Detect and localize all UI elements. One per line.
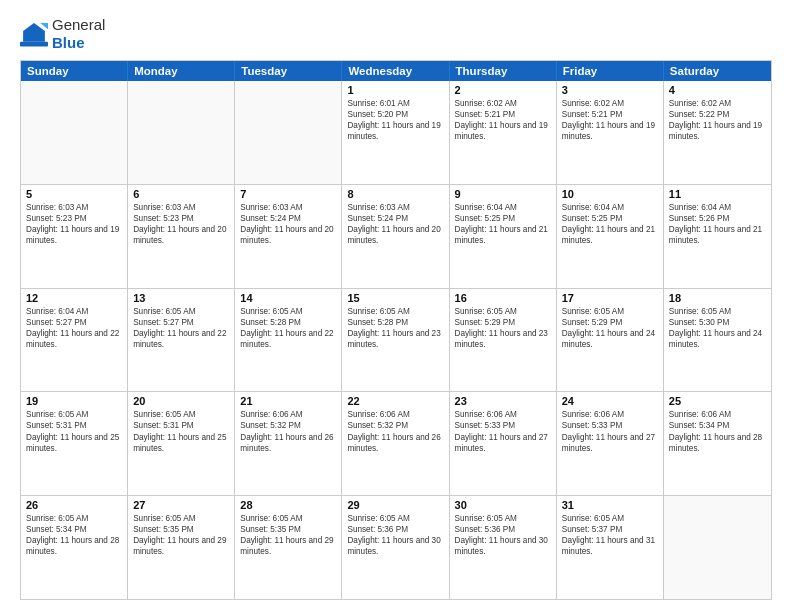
day-info: Sunrise: 6:05 AMSunset: 5:37 PMDaylight:… — [562, 513, 658, 557]
calendar-cell — [235, 81, 342, 184]
day-number: 18 — [669, 292, 766, 304]
day-number: 10 — [562, 188, 658, 200]
calendar-row-1: 1Sunrise: 6:01 AMSunset: 5:20 PMDaylight… — [21, 81, 771, 184]
logo: General Blue — [20, 16, 105, 52]
page: General Blue SundayMondayTuesdayWednesda… — [0, 0, 792, 612]
calendar-cell — [664, 496, 771, 599]
day-number: 19 — [26, 395, 122, 407]
calendar-cell: 24Sunrise: 6:06 AMSunset: 5:33 PMDayligh… — [557, 392, 664, 495]
calendar-cell: 26Sunrise: 6:05 AMSunset: 5:34 PMDayligh… — [21, 496, 128, 599]
header-day-tuesday: Tuesday — [235, 61, 342, 81]
day-number: 7 — [240, 188, 336, 200]
calendar-row-3: 12Sunrise: 6:04 AMSunset: 5:27 PMDayligh… — [21, 288, 771, 392]
day-number: 15 — [347, 292, 443, 304]
day-info: Sunrise: 6:03 AMSunset: 5:23 PMDaylight:… — [26, 202, 122, 246]
calendar-cell: 2Sunrise: 6:02 AMSunset: 5:21 PMDaylight… — [450, 81, 557, 184]
calendar-cell: 14Sunrise: 6:05 AMSunset: 5:28 PMDayligh… — [235, 289, 342, 392]
day-number: 26 — [26, 499, 122, 511]
day-info: Sunrise: 6:06 AMSunset: 5:33 PMDaylight:… — [455, 409, 551, 453]
day-info: Sunrise: 6:05 AMSunset: 5:36 PMDaylight:… — [455, 513, 551, 557]
calendar-cell: 8Sunrise: 6:03 AMSunset: 5:24 PMDaylight… — [342, 185, 449, 288]
day-info: Sunrise: 6:06 AMSunset: 5:32 PMDaylight:… — [347, 409, 443, 453]
calendar-cell: 21Sunrise: 6:06 AMSunset: 5:32 PMDayligh… — [235, 392, 342, 495]
day-info: Sunrise: 6:05 AMSunset: 5:30 PMDaylight:… — [669, 306, 766, 350]
day-info: Sunrise: 6:02 AMSunset: 5:22 PMDaylight:… — [669, 98, 766, 142]
day-info: Sunrise: 6:04 AMSunset: 5:25 PMDaylight:… — [455, 202, 551, 246]
day-number: 23 — [455, 395, 551, 407]
day-info: Sunrise: 6:04 AMSunset: 5:25 PMDaylight:… — [562, 202, 658, 246]
calendar-cell: 16Sunrise: 6:05 AMSunset: 5:29 PMDayligh… — [450, 289, 557, 392]
calendar-cell: 5Sunrise: 6:03 AMSunset: 5:23 PMDaylight… — [21, 185, 128, 288]
calendar-cell: 11Sunrise: 6:04 AMSunset: 5:26 PMDayligh… — [664, 185, 771, 288]
header-day-friday: Friday — [557, 61, 664, 81]
header-day-thursday: Thursday — [450, 61, 557, 81]
day-number: 22 — [347, 395, 443, 407]
header: General Blue — [20, 16, 772, 52]
day-number: 1 — [347, 84, 443, 96]
svg-rect-2 — [20, 42, 48, 47]
day-info: Sunrise: 6:06 AMSunset: 5:34 PMDaylight:… — [669, 409, 766, 453]
day-number: 29 — [347, 499, 443, 511]
day-info: Sunrise: 6:02 AMSunset: 5:21 PMDaylight:… — [455, 98, 551, 142]
day-number: 11 — [669, 188, 766, 200]
svg-marker-0 — [23, 23, 45, 42]
day-info: Sunrise: 6:05 AMSunset: 5:31 PMDaylight:… — [133, 409, 229, 453]
day-info: Sunrise: 6:05 AMSunset: 5:29 PMDaylight:… — [562, 306, 658, 350]
day-number: 3 — [562, 84, 658, 96]
calendar-cell: 13Sunrise: 6:05 AMSunset: 5:27 PMDayligh… — [128, 289, 235, 392]
day-info: Sunrise: 6:05 AMSunset: 5:34 PMDaylight:… — [26, 513, 122, 557]
day-info: Sunrise: 6:02 AMSunset: 5:21 PMDaylight:… — [562, 98, 658, 142]
header-day-saturday: Saturday — [664, 61, 771, 81]
calendar-row-5: 26Sunrise: 6:05 AMSunset: 5:34 PMDayligh… — [21, 495, 771, 599]
day-info: Sunrise: 6:05 AMSunset: 5:36 PMDaylight:… — [347, 513, 443, 557]
calendar-cell: 30Sunrise: 6:05 AMSunset: 5:36 PMDayligh… — [450, 496, 557, 599]
day-info: Sunrise: 6:05 AMSunset: 5:27 PMDaylight:… — [133, 306, 229, 350]
day-number: 2 — [455, 84, 551, 96]
calendar-cell: 27Sunrise: 6:05 AMSunset: 5:35 PMDayligh… — [128, 496, 235, 599]
calendar-cell: 4Sunrise: 6:02 AMSunset: 5:22 PMDaylight… — [664, 81, 771, 184]
logo-icon — [20, 20, 48, 48]
day-number: 28 — [240, 499, 336, 511]
calendar-cell: 25Sunrise: 6:06 AMSunset: 5:34 PMDayligh… — [664, 392, 771, 495]
day-number: 27 — [133, 499, 229, 511]
day-number: 8 — [347, 188, 443, 200]
day-number: 17 — [562, 292, 658, 304]
day-info: Sunrise: 6:05 AMSunset: 5:28 PMDaylight:… — [240, 306, 336, 350]
day-info: Sunrise: 6:05 AMSunset: 5:31 PMDaylight:… — [26, 409, 122, 453]
logo-general: General — [52, 16, 105, 33]
day-number: 9 — [455, 188, 551, 200]
calendar-cell: 28Sunrise: 6:05 AMSunset: 5:35 PMDayligh… — [235, 496, 342, 599]
calendar-cell: 18Sunrise: 6:05 AMSunset: 5:30 PMDayligh… — [664, 289, 771, 392]
header-day-sunday: Sunday — [21, 61, 128, 81]
day-number: 4 — [669, 84, 766, 96]
day-info: Sunrise: 6:06 AMSunset: 5:32 PMDaylight:… — [240, 409, 336, 453]
logo-text: General Blue — [52, 16, 105, 52]
day-number: 31 — [562, 499, 658, 511]
calendar-header: SundayMondayTuesdayWednesdayThursdayFrid… — [21, 61, 771, 81]
day-number: 30 — [455, 499, 551, 511]
day-info: Sunrise: 6:03 AMSunset: 5:24 PMDaylight:… — [347, 202, 443, 246]
calendar-row-2: 5Sunrise: 6:03 AMSunset: 5:23 PMDaylight… — [21, 184, 771, 288]
calendar-row-4: 19Sunrise: 6:05 AMSunset: 5:31 PMDayligh… — [21, 391, 771, 495]
calendar-cell: 22Sunrise: 6:06 AMSunset: 5:32 PMDayligh… — [342, 392, 449, 495]
calendar-cell: 31Sunrise: 6:05 AMSunset: 5:37 PMDayligh… — [557, 496, 664, 599]
calendar-cell: 1Sunrise: 6:01 AMSunset: 5:20 PMDaylight… — [342, 81, 449, 184]
calendar: SundayMondayTuesdayWednesdayThursdayFrid… — [20, 60, 772, 600]
day-number: 13 — [133, 292, 229, 304]
day-info: Sunrise: 6:06 AMSunset: 5:33 PMDaylight:… — [562, 409, 658, 453]
day-number: 25 — [669, 395, 766, 407]
header-day-monday: Monday — [128, 61, 235, 81]
calendar-cell — [21, 81, 128, 184]
logo-blue: Blue — [52, 34, 85, 51]
day-info: Sunrise: 6:05 AMSunset: 5:29 PMDaylight:… — [455, 306, 551, 350]
calendar-cell: 23Sunrise: 6:06 AMSunset: 5:33 PMDayligh… — [450, 392, 557, 495]
calendar-cell: 10Sunrise: 6:04 AMSunset: 5:25 PMDayligh… — [557, 185, 664, 288]
calendar-cell — [128, 81, 235, 184]
day-info: Sunrise: 6:04 AMSunset: 5:27 PMDaylight:… — [26, 306, 122, 350]
day-number: 12 — [26, 292, 122, 304]
day-info: Sunrise: 6:05 AMSunset: 5:35 PMDaylight:… — [240, 513, 336, 557]
calendar-cell: 7Sunrise: 6:03 AMSunset: 5:24 PMDaylight… — [235, 185, 342, 288]
calendar-cell: 20Sunrise: 6:05 AMSunset: 5:31 PMDayligh… — [128, 392, 235, 495]
day-number: 24 — [562, 395, 658, 407]
day-number: 16 — [455, 292, 551, 304]
